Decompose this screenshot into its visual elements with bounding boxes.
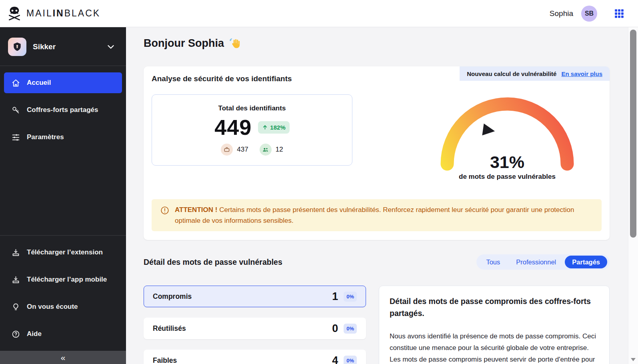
sidebar-divider (0, 235, 126, 236)
panel-body: Nous avons identifié la présence de mots… (390, 330, 599, 364)
alert-circle-icon (160, 206, 169, 215)
total-credentials-label: Total des identifiants (218, 104, 286, 112)
vuln-row-compromis[interactable]: Compromis 1 0% (144, 286, 366, 307)
vuln-row-faibles[interactable]: Faibles 4 0% (144, 350, 366, 364)
sidebar-item-parametres[interactable]: Paramètres (4, 127, 122, 148)
sidebar-divider (0, 66, 126, 66)
skull-logo-icon (6, 6, 22, 21)
briefcase-icon (221, 144, 233, 156)
sidebar-collapse-button[interactable]: « (0, 351, 126, 364)
key-icon (12, 106, 20, 114)
gauge-value: 31% (439, 152, 575, 172)
users-icon (260, 144, 272, 156)
page-greeting: Bonjour Sophia (144, 37, 610, 50)
user-avatar[interactable]: SB (581, 6, 597, 22)
sidebar-footer-nav: Télécharger l’extension Télécharger l’ap… (0, 242, 126, 344)
sidebar-item-aide[interactable]: Aide (4, 324, 122, 344)
warning-banner: ATTENTION ! Certains mots de passe prése… (152, 199, 602, 231)
download-icon (12, 248, 20, 257)
mailinblack-logo[interactable]: MAILINBLACK (6, 6, 100, 21)
home-icon (12, 79, 20, 87)
vuln-row-reutilises[interactable]: Réutilisés 0 0% (144, 318, 366, 339)
vuln-percent-badge: 0% (344, 292, 357, 302)
chevron-down-icon[interactable] (106, 42, 116, 52)
waving-hand-icon (229, 38, 241, 50)
scope-tabs: Tous Professionnel Partagés (476, 254, 610, 270)
scrollbar-track[interactable] (628, 27, 638, 364)
banner-text: Nouveau calcul de vulnérabilité (467, 70, 556, 77)
tab-partages[interactable]: Partagés (565, 256, 607, 268)
sidebar-item-telecharger-l-extension[interactable]: Télécharger l’extension (4, 242, 122, 263)
professional-count: 437 (221, 144, 248, 156)
sidebar-nav: Accueil Coffres-forts partagés Paramètre… (0, 72, 126, 154)
scrollbar-down-arrow-icon[interactable] (631, 358, 636, 361)
vulnerability-banner: Nouveau calcul de vulnérabilité En savoi… (460, 66, 610, 81)
sidebar: Sikker Accueil Coffres-forts partagés (0, 27, 126, 364)
sikker-app-icon (8, 38, 26, 56)
security-analysis-card: Nouveau calcul de vulnérabilité En savoi… (144, 66, 610, 240)
trend-badge: 182% (258, 121, 289, 134)
compromised-detail-panel: Détail des mots de passe compromis des c… (379, 286, 610, 364)
vuln-count: 0 (332, 322, 338, 335)
apps-grid-icon (614, 8, 624, 19)
shared-count: 12 (260, 144, 283, 156)
detail-section-title: Détail des mots de passe vulnérables (144, 258, 282, 267)
app-window: MAILINBLACK Sophia SB Sikker (0, 0, 638, 364)
tab-professionnel[interactable]: Professionnel (509, 256, 563, 268)
vuln-percent-badge: 0% (344, 356, 357, 364)
scrollbar-thumb[interactable] (630, 30, 636, 238)
sidebar-item-coffres-forts-partages[interactable]: Coffres-forts partagés (4, 100, 122, 120)
bulb-icon (12, 303, 20, 311)
main-content: Bonjour Sophia Nouveau calcul de vulnéra… (126, 27, 628, 364)
vuln-percent-badge: 0% (344, 324, 357, 334)
learn-more-link[interactable]: En savoir plus (561, 70, 602, 77)
vuln-count: 1 (332, 290, 338, 303)
gauge-caption: de mots de passe vulnérables (459, 173, 556, 181)
collapse-chevrons-icon: « (61, 353, 66, 362)
total-credentials-value: 449 (214, 116, 252, 138)
arrow-up-icon (262, 124, 268, 130)
product-switcher[interactable]: Sikker (0, 27, 126, 64)
product-name: Sikker (33, 42, 56, 51)
download-icon (12, 276, 20, 284)
sliders-icon (12, 133, 20, 142)
vuln-count: 4 (332, 354, 338, 364)
sidebar-item-telecharger-l-app-mobile[interactable]: Télécharger l’app mobile (4, 269, 122, 290)
sidebar-item-on-vous-ecoute[interactable]: On vous écoute (4, 296, 122, 317)
user-name: Sophia (550, 9, 573, 18)
vulnerability-list: Compromis 1 0% Réutilisés 0 0% (144, 286, 366, 364)
help-icon (12, 330, 20, 338)
tab-tous[interactable]: Tous (479, 256, 507, 268)
sidebar-item-accueil[interactable]: Accueil (4, 72, 122, 93)
vulnerability-gauge: 31% de mots de passe vulnérables (439, 89, 575, 181)
brand-wordmark: MAILINBLACK (26, 8, 100, 19)
total-credentials-box: Total des identifiants 449 182% (152, 94, 352, 166)
warning-text: ATTENTION ! Certains mots de passe prése… (175, 204, 593, 226)
panel-title: Détail des mots de passe compromis des c… (390, 296, 599, 319)
apps-grid-button[interactable] (614, 8, 624, 19)
gauge-pointer (482, 124, 496, 137)
top-header: MAILINBLACK Sophia SB (0, 0, 638, 27)
